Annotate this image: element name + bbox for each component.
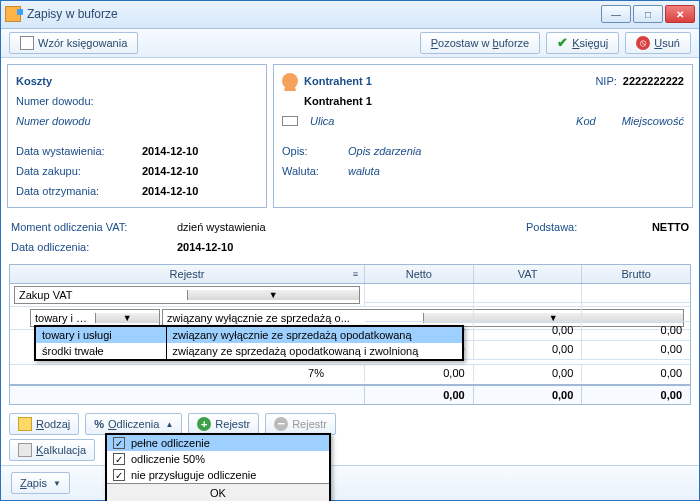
vat-grid: Rejestr≡ Netto VAT Brutto Zakup VAT ▼ to… [9, 264, 691, 405]
maximize-button[interactable]: □ [633, 5, 663, 23]
left-panel: Koszty Numer dowodu: Numer dowodu Data w… [7, 64, 267, 208]
ksieguj-label: Księguj [572, 37, 608, 49]
foot-vat: 0,00 [474, 386, 583, 404]
col-brutto[interactable]: Brutto [582, 265, 690, 283]
minimize-button[interactable]: — [601, 5, 631, 23]
pozostaw-button[interactable]: Pozostaw w buforze [420, 32, 540, 54]
kod-value[interactable]: Kod [576, 115, 596, 127]
checkbox-icon: ✓ [113, 453, 125, 465]
cell-brutto[interactable]: 0,00 [582, 322, 690, 340]
odliczenia-button[interactable]: % Odliczenia▲ [85, 413, 182, 435]
popup-ok-button[interactable]: OK [107, 483, 329, 501]
data-otrzymania-label: Data otrzymania: [16, 185, 136, 197]
grid-body: Zakup VAT ▼ towary i usługi ▼ związany w… [10, 284, 690, 384]
cell-netto[interactable] [365, 303, 474, 321]
pozostaw-label: Pozostaw w buforze [431, 37, 529, 49]
cell-vat[interactable]: 0,00 [474, 322, 583, 340]
col-netto[interactable]: Netto [365, 265, 474, 283]
close-button[interactable]: ✕ [665, 5, 695, 23]
minus-icon: − [274, 417, 288, 431]
popup-cell: związany ze sprzedażą opodatkowaną i zwo… [166, 343, 462, 359]
popup-cell: związany wyłącznie ze sprzedażą opodatko… [166, 327, 462, 343]
opt-pelne[interactable]: ✓pełne odliczenie [107, 435, 329, 451]
titlebar: Zapisy w buforze — □ ✕ [1, 1, 699, 29]
opis-label: Opis: [282, 145, 342, 157]
mid-section: Moment odliczenia VAT: dzień wystawienia… [1, 214, 699, 260]
grid-header: Rejestr≡ Netto VAT Brutto [10, 265, 690, 284]
button-bar: Rodzaj % Odliczenia▲ + Rejestr − Rejestr… [1, 409, 699, 439]
checkbox-icon: ✓ [113, 437, 125, 449]
dropdown-icon: ≡ [353, 269, 358, 279]
opt-50[interactable]: ✓odliczenie 50% [107, 451, 329, 467]
window: Zapisy w buforze — □ ✕ Wzór księgowania … [0, 0, 700, 501]
odliczenia-popup: ✓pełne odliczenie ✓odliczenie 50% ✓nie p… [105, 433, 331, 501]
moment-odliczenia-label: Moment odliczenia VAT: [11, 221, 171, 233]
data-odliczenia-label: Data odliczenia: [11, 241, 171, 253]
foot-netto: 0,00 [365, 386, 474, 404]
kalkulacja-button[interactable]: Kalkulacja [9, 439, 95, 461]
numer-dowodu-label: Numer dowodu: [16, 95, 136, 107]
rejestr-combo[interactable]: Zakup VAT ▼ [14, 286, 360, 304]
person-icon [282, 73, 298, 89]
col-vat[interactable]: VAT [474, 265, 583, 283]
chevron-down-icon: ▼ [187, 290, 360, 300]
rejestr-del-label: Rejestr [292, 418, 327, 430]
cell-brutto[interactable] [582, 303, 690, 321]
cell-brutto[interactable]: 0,00 [582, 341, 690, 359]
ksieguj-button[interactable]: ✔ Księguj [546, 32, 619, 54]
miejscowosc-value[interactable]: Miejscowość [622, 115, 684, 127]
rejestr-combo-value: Zakup VAT [15, 289, 187, 301]
data-zakupu-value: 2014-12-10 [142, 165, 198, 177]
window-title: Zapisy w buforze [27, 7, 601, 21]
category-icon [18, 417, 32, 431]
zapis-button[interactable]: Zapis▼ [11, 472, 70, 494]
wzor-label: Wzór księgowania [38, 37, 127, 49]
nip-label: NIP: [595, 75, 616, 87]
popup-row-2[interactable]: środki trwałe związany ze sprzedażą opod… [36, 343, 462, 359]
cell-vat[interactable] [474, 284, 583, 302]
usun-button[interactable]: ⦸ Usuń [625, 32, 691, 54]
rate-label: 7% [10, 365, 365, 382]
col-rejestr[interactable]: Rejestr≡ [10, 265, 365, 283]
cell-netto[interactable] [365, 284, 474, 302]
toolbar: Wzór księgowania Pozostaw w buforze ✔ Ks… [1, 29, 699, 58]
rejestr-add-button[interactable]: + Rejestr [188, 413, 259, 435]
calculator-icon [18, 443, 32, 457]
koszty-link[interactable]: Koszty [16, 75, 136, 87]
foot-brutto: 0,00 [582, 386, 690, 404]
kontrahent-name: Kontrahent 1 [304, 95, 372, 107]
delete-icon: ⦸ [636, 36, 650, 50]
usun-label: Usuń [654, 37, 680, 49]
rejestr-del-button[interactable]: − Rejestr [265, 413, 336, 435]
popup-row-1[interactable]: towary i usługi związany wyłącznie ze sp… [36, 327, 462, 343]
rodzaj-button[interactable]: Rodzaj [9, 413, 79, 435]
kalkulacja-label: Kalkulacja [36, 444, 86, 456]
podstawa-value: NETTO [652, 221, 689, 233]
data-wystawienia-value: 2014-12-10 [142, 145, 198, 157]
data-otrzymania-value: 2014-12-10 [142, 185, 198, 197]
header-panels: Koszty Numer dowodu: Numer dowodu Data w… [1, 58, 699, 214]
data-wystawienia-label: Data wystawienia: [16, 145, 136, 157]
right-panel: Kontrahent 1 NIP: 2222222222 Kontrahent … [273, 64, 693, 208]
wzor-ksiegowania-button[interactable]: Wzór księgowania [9, 32, 138, 54]
numer-dowodu-value[interactable]: Numer dowodu [16, 115, 91, 127]
combo-popup[interactable]: towary i usługi związany wyłącznie ze sp… [34, 325, 464, 361]
envelope-icon [282, 116, 298, 126]
sub-combo-1-value: towary i usługi [31, 312, 95, 324]
kontrahent-link[interactable]: Kontrahent 1 [304, 75, 372, 87]
ulica-value[interactable]: Ulica [310, 115, 334, 127]
data-zakupu-label: Data zakupu: [16, 165, 136, 177]
document-icon [20, 36, 34, 50]
cell-vat[interactable]: 0,00 [474, 341, 583, 359]
waluta-value[interactable]: waluta [348, 165, 380, 177]
podstawa-label: Podstawa: [526, 221, 646, 233]
rate-vat: 0,00 [474, 365, 583, 382]
waluta-label: Waluta: [282, 165, 342, 177]
cell-vat[interactable] [474, 303, 583, 321]
rate-netto: 0,00 [365, 365, 474, 382]
app-icon [5, 6, 21, 22]
opt-nie[interactable]: ✓nie przysługuje odliczenie [107, 467, 329, 483]
data-odliczenia-value: 2014-12-10 [177, 241, 233, 253]
opis-value[interactable]: Opis zdarzenia [348, 145, 421, 157]
cell-brutto[interactable] [582, 284, 690, 302]
